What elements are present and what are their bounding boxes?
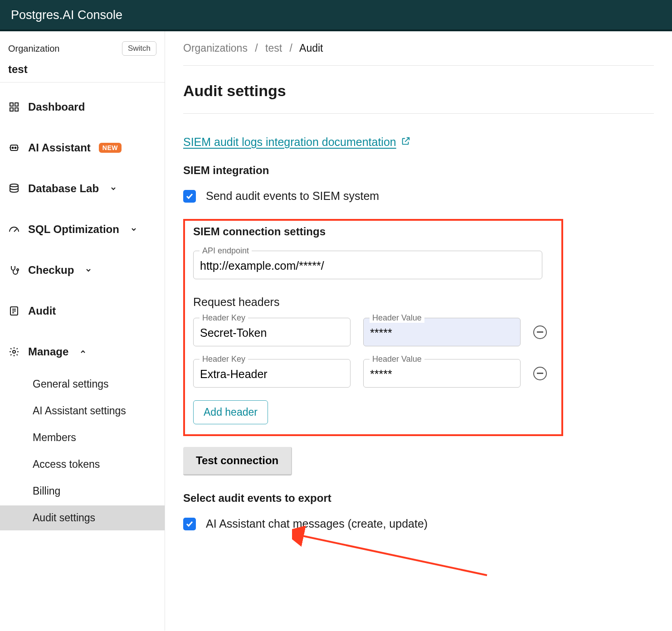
header-row-1: Header Key Header Value (193, 359, 547, 388)
chevron-down-icon (110, 182, 117, 195)
sidebar: Organization Switch test Dashboard AI As… (0, 31, 165, 631)
sidebar-item-label: SQL Optimization (28, 223, 119, 236)
svg-point-16 (13, 350, 15, 353)
svg-point-6 (15, 147, 16, 149)
breadcrumb-test[interactable]: test (265, 42, 282, 54)
remove-header-button[interactable] (533, 325, 547, 339)
breadcrumb: Organizations / test / Audit (183, 42, 654, 66)
stethoscope-icon (8, 264, 20, 276)
sidebar-nav: Dashboard AI Assistant NEW Database Lab (0, 83, 165, 532)
request-headers-label: Request headers (193, 296, 553, 309)
switch-org-button[interactable]: Switch (122, 41, 156, 56)
app-title: Postgres.AI Console (11, 8, 122, 22)
subnav-audit-settings[interactable]: Audit settings (0, 505, 165, 530)
svg-point-9 (10, 184, 18, 187)
header-row-0: Header Key Header Value (193, 318, 547, 346)
org-name: test (8, 63, 156, 76)
sidebar-item-sql-optimization[interactable]: SQL Optimization (0, 216, 165, 243)
svg-rect-3 (15, 108, 18, 111)
subnav-ai-assistant-settings[interactable]: AI Assistant settings (33, 398, 165, 423)
dashboard-icon (8, 101, 20, 113)
event-ai-chat-row: AI Assistant chat messages (create, upda… (183, 517, 654, 530)
annotation-arrow-icon (292, 525, 496, 580)
svg-point-5 (12, 147, 14, 149)
header-value-field: Header Value (363, 359, 521, 388)
audit-icon (8, 305, 20, 317)
send-events-row: Send audit events to SIEM system (183, 189, 654, 203)
svg-rect-0 (10, 103, 13, 106)
header-key-label: Header Key (200, 354, 248, 364)
conn-settings-title: SIEM connection settings (193, 225, 553, 238)
svg-line-10 (14, 229, 17, 232)
main-content: Organizations / test / Audit Audit setti… (165, 31, 672, 631)
sidebar-item-checkup[interactable]: Checkup (0, 257, 165, 284)
api-endpoint-field: API endpoint (193, 251, 542, 279)
external-link-icon (401, 136, 411, 149)
remove-header-button[interactable] (533, 367, 547, 380)
svg-rect-4 (10, 145, 18, 150)
org-label: Organization (8, 44, 59, 54)
page-title: Audit settings (183, 82, 654, 100)
breadcrumb-organizations[interactable]: Organizations (183, 42, 248, 54)
sidebar-item-manage[interactable]: Manage (0, 338, 165, 365)
robot-icon (8, 142, 20, 154)
sidebar-item-label: Database Lab (28, 182, 99, 195)
subnav-billing[interactable]: Billing (33, 479, 165, 504)
sidebar-item-label: AI Assistant (28, 141, 91, 154)
breadcrumb-sep: / (290, 42, 292, 54)
svg-rect-2 (10, 108, 13, 111)
header-value-label: Header Value (370, 354, 424, 364)
header-key-field: Header Key (193, 359, 351, 388)
sidebar-item-label: Manage (28, 345, 68, 358)
siem-docs-link[interactable]: SIEM audit logs integration documentatio… (183, 136, 411, 149)
sidebar-item-database-lab[interactable]: Database Lab (0, 175, 165, 202)
event-ai-chat-checkbox[interactable] (183, 518, 196, 530)
select-events-label: Select audit events to export (183, 492, 654, 505)
new-badge: NEW (99, 143, 122, 153)
divider (183, 113, 654, 114)
org-block: Organization Switch test (0, 31, 165, 83)
svg-rect-1 (15, 103, 18, 106)
siem-integration-label: SIEM integration (183, 164, 654, 177)
subnav-access-tokens[interactable]: Access tokens (33, 452, 165, 477)
siem-connection-settings-box: SIEM connection settings API endpoint Re… (183, 219, 563, 436)
gear-icon (8, 346, 20, 358)
database-icon (8, 183, 20, 194)
header-value-label: Header Value (370, 313, 424, 323)
breadcrumb-sep: / (255, 42, 258, 54)
sidebar-item-label: Audit (28, 305, 56, 317)
sidebar-item-dashboard[interactable]: Dashboard (0, 93, 165, 121)
svg-point-11 (17, 269, 19, 271)
send-events-checkbox[interactable] (183, 190, 196, 203)
chevron-up-icon (79, 345, 87, 358)
event-ai-chat-label: AI Assistant chat messages (create, upda… (206, 517, 428, 530)
sidebar-item-ai-assistant[interactable]: AI Assistant NEW (0, 134, 165, 161)
sidebar-item-label: Dashboard (28, 101, 85, 113)
api-endpoint-label: API endpoint (200, 246, 252, 256)
speed-icon (8, 223, 20, 235)
subnav-general-settings[interactable]: General settings (33, 372, 165, 397)
subnav-members[interactable]: Members (33, 425, 165, 450)
svg-line-17 (300, 535, 487, 575)
chevron-down-icon (85, 264, 92, 277)
app-header: Postgres.AI Console (0, 0, 672, 31)
header-value-field: Header Value (363, 318, 521, 346)
send-events-label: Send audit events to SIEM system (206, 189, 379, 203)
chevron-down-icon (130, 223, 137, 236)
breadcrumb-current: Audit (299, 42, 323, 54)
manage-submenu: General settings AI Assistant settings M… (0, 372, 165, 530)
test-connection-button[interactable]: Test connection (183, 447, 292, 476)
doc-link-text: SIEM audit logs integration documentatio… (183, 136, 396, 149)
header-key-label: Header Key (200, 313, 248, 323)
sidebar-item-label: Checkup (28, 264, 74, 277)
add-header-button[interactable]: Add header (193, 400, 268, 424)
header-key-field: Header Key (193, 318, 351, 346)
sidebar-item-audit[interactable]: Audit (0, 297, 165, 325)
